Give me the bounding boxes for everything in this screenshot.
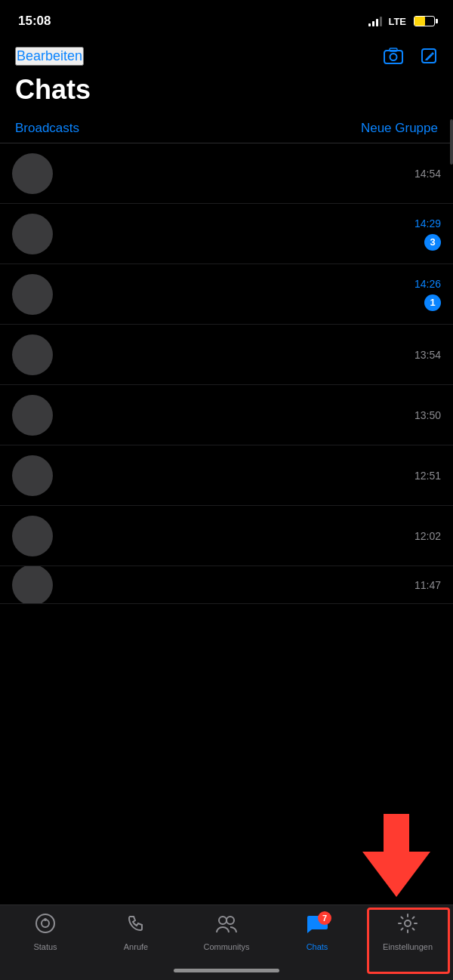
avatar — [12, 274, 53, 315]
avatar — [12, 566, 53, 604]
chat-time: 14:29 — [414, 217, 441, 230]
chat-time: 12:51 — [414, 470, 441, 482]
settings-icon — [397, 913, 418, 939]
tab-settings-label: Einstellungen — [383, 942, 433, 951]
tab-community-label: Communitys — [203, 942, 249, 951]
phone-icon — [125, 913, 146, 939]
community-icon — [215, 913, 238, 939]
home-indicator — [174, 969, 279, 972]
nav-action-icons — [384, 47, 438, 65]
chat-meta: 12:02 — [396, 530, 441, 542]
down-arrow-icon — [362, 814, 430, 897]
svg-point-9 — [226, 917, 234, 924]
unread-badge: 3 — [424, 234, 441, 251]
compose-button[interactable] — [420, 47, 438, 65]
chat-content — [63, 414, 396, 416]
chat-meta: 13:50 — [396, 409, 441, 421]
chat-content — [63, 233, 396, 235]
list-item[interactable]: 11:47 — [0, 566, 453, 604]
chat-meta: 14:26 1 — [396, 278, 441, 311]
tab-status-label: Status — [33, 942, 57, 951]
chat-content — [63, 354, 396, 356]
battery-icon — [414, 16, 435, 26]
tab-settings[interactable]: Einstellungen — [362, 913, 453, 951]
tab-calls-label: Anrufe — [124, 942, 148, 951]
svg-point-8 — [219, 917, 226, 924]
camera-button[interactable] — [384, 48, 403, 64]
avatar — [12, 455, 53, 496]
signal-icon — [368, 16, 382, 26]
nav-bar: Bearbeiten — [0, 38, 453, 74]
chat-meta: 11:47 — [396, 579, 441, 591]
avatar — [12, 334, 53, 375]
chat-time: 11:47 — [414, 579, 441, 591]
avatar — [12, 153, 53, 194]
page-title: Chats — [0, 74, 453, 113]
tab-calls[interactable]: Anrufe — [91, 913, 181, 951]
status-bar: 15:08 LTE — [0, 0, 453, 38]
list-item[interactable]: 13:54 — [0, 325, 453, 385]
chat-meta: 14:54 — [396, 168, 441, 180]
svg-point-10 — [405, 920, 411, 926]
avatar — [12, 516, 53, 556]
chat-meta: 12:51 — [396, 470, 441, 482]
new-group-link[interactable]: Neue Gruppe — [361, 121, 438, 136]
status-icons: LTE — [368, 16, 435, 27]
scrollbar-thumb — [450, 119, 453, 165]
tab-chats[interactable]: 7 Chats — [272, 913, 362, 951]
status-icon — [35, 913, 56, 939]
chat-meta: 13:54 — [396, 349, 441, 361]
svg-point-7 — [44, 918, 47, 921]
avatar — [12, 214, 53, 254]
chat-time: 14:54 — [414, 168, 441, 180]
svg-rect-0 — [384, 51, 402, 63]
svg-point-5 — [36, 914, 54, 932]
chat-time: 13:54 — [414, 349, 441, 361]
lte-label: LTE — [388, 16, 406, 27]
list-item[interactable]: 13:50 — [0, 385, 453, 445]
chat-time: 14:26 — [414, 278, 441, 290]
edit-button[interactable]: Bearbeiten — [15, 47, 84, 66]
chat-content — [63, 173, 396, 174]
sub-nav: Broadcasts Neue Gruppe — [0, 113, 453, 143]
chat-content — [63, 535, 396, 537]
chat-time: 12:02 — [414, 530, 441, 542]
chat-content — [63, 475, 396, 476]
chat-time: 13:50 — [414, 409, 441, 421]
tab-community[interactable]: Communitys — [181, 913, 272, 951]
broadcasts-link[interactable]: Broadcasts — [15, 121, 79, 136]
chat-badge: 7 — [318, 911, 331, 925]
list-item[interactable]: 14:26 1 — [0, 264, 453, 325]
status-time: 15:08 — [18, 14, 51, 29]
arrow-overlay — [362, 814, 430, 897]
scrollbar-track — [450, 104, 453, 904]
svg-marker-4 — [362, 814, 430, 897]
unread-badge: 1 — [424, 294, 441, 311]
chat-icon: 7 — [306, 913, 328, 939]
chat-meta: 14:29 3 — [396, 217, 441, 251]
list-item[interactable]: 12:51 — [0, 445, 453, 506]
list-item[interactable]: 14:54 — [0, 143, 453, 204]
avatar — [12, 395, 53, 436]
chat-list: 14:54 14:29 3 14:26 1 1 — [0, 143, 453, 604]
list-item[interactable]: 12:02 — [0, 506, 453, 566]
tab-status[interactable]: Status — [0, 913, 91, 951]
list-item[interactable]: 14:29 3 — [0, 204, 453, 264]
chat-content — [63, 294, 396, 295]
svg-point-1 — [390, 54, 397, 60]
tab-chats-label: Chats — [307, 942, 328, 951]
